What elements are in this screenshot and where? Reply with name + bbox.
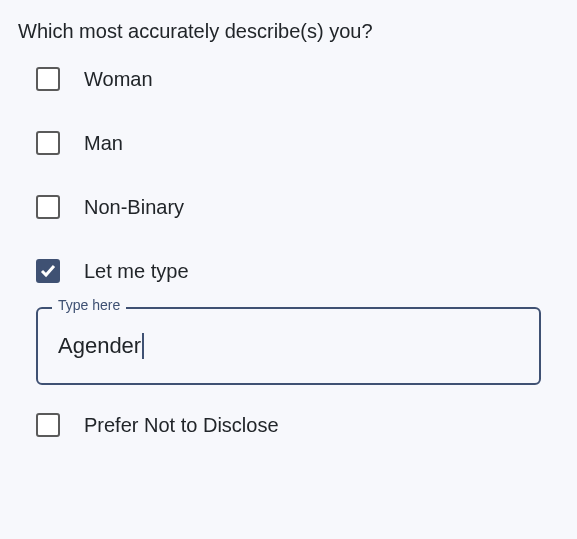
question-text: Which most accurately describe(s) you? xyxy=(18,20,559,43)
option-label-nonbinary: Non-Binary xyxy=(84,196,184,219)
check-icon xyxy=(40,263,56,279)
type-input-legend: Type here xyxy=(52,297,126,313)
option-label-man: Man xyxy=(84,132,123,155)
option-row-man[interactable]: Man xyxy=(18,131,559,155)
form-container: Which most accurately describe(s) you? W… xyxy=(0,0,577,497)
option-row-woman[interactable]: Woman xyxy=(18,67,559,91)
type-input-wrap: Type here Agender xyxy=(36,307,541,385)
option-row-letmetype[interactable]: Let me type xyxy=(18,259,559,283)
checkbox-woman[interactable] xyxy=(36,67,60,91)
type-input[interactable] xyxy=(36,307,541,385)
checkbox-letmetype[interactable] xyxy=(36,259,60,283)
option-label-letmetype: Let me type xyxy=(84,260,189,283)
option-label-prefernot: Prefer Not to Disclose xyxy=(84,414,279,437)
checkbox-nonbinary[interactable] xyxy=(36,195,60,219)
checkbox-man[interactable] xyxy=(36,131,60,155)
option-row-nonbinary[interactable]: Non-Binary xyxy=(18,195,559,219)
option-row-prefernot[interactable]: Prefer Not to Disclose xyxy=(18,413,559,437)
checkbox-prefernot[interactable] xyxy=(36,413,60,437)
option-label-woman: Woman xyxy=(84,68,153,91)
